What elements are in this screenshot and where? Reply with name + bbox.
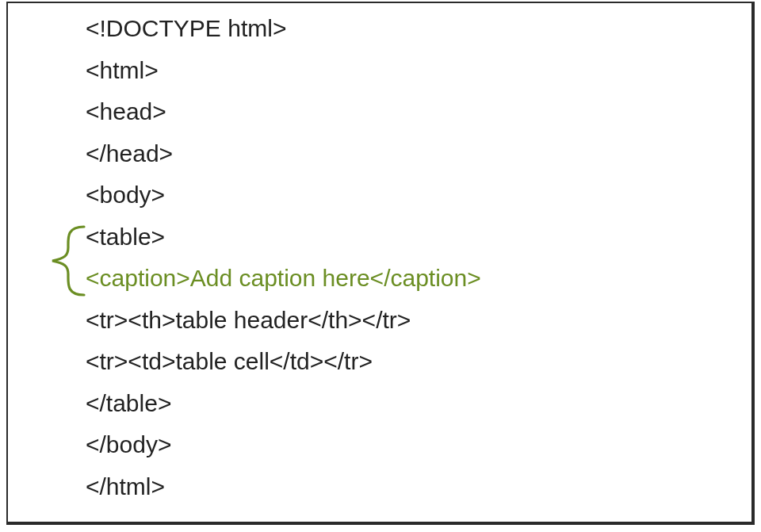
code-line-8: <tr><td>table cell</td></tr> bbox=[86, 341, 481, 383]
code-line-11: </html> bbox=[86, 466, 481, 508]
code-frame: <!DOCTYPE html> <html> <head> </head> <b… bbox=[6, 2, 755, 525]
code-line-1: <html> bbox=[86, 50, 481, 92]
code-block: <!DOCTYPE html> <html> <head> </head> <b… bbox=[86, 8, 481, 507]
code-line-2: <head> bbox=[86, 91, 481, 133]
code-line-9: </table> bbox=[86, 383, 481, 425]
curly-brace-icon bbox=[38, 224, 86, 298]
code-line-4: <body> bbox=[86, 174, 481, 216]
code-line-7: <tr><th>table header</th></tr> bbox=[86, 300, 481, 342]
code-line-0: <!DOCTYPE html> bbox=[86, 8, 481, 50]
code-line-10: </body> bbox=[86, 424, 481, 466]
code-line-caption-highlight: <caption>Add caption here</caption> bbox=[86, 258, 481, 300]
code-line-5: <table> bbox=[86, 216, 481, 258]
code-line-3: </head> bbox=[86, 133, 481, 175]
